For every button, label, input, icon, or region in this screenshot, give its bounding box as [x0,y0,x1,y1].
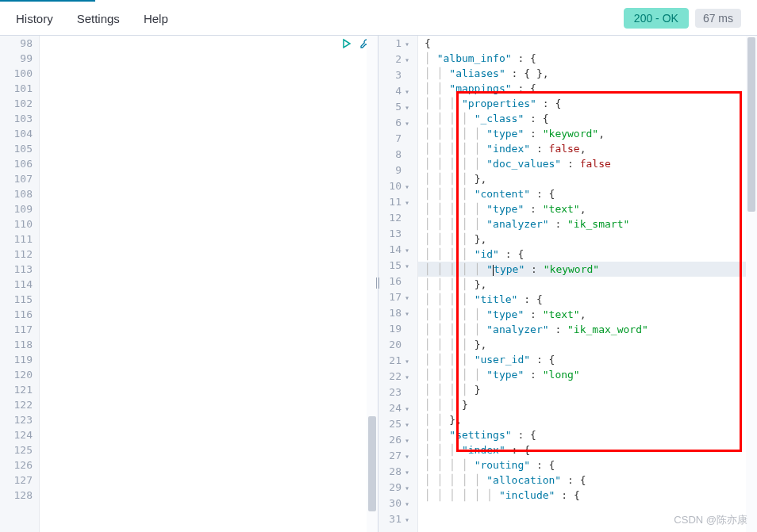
left-gutter: 9899100101102103104105106107108109110111… [0,36,40,532]
tab-history[interactable]: History [16,9,53,29]
line-number: 24▾ [382,400,411,416]
line-number: 18▾ [382,305,411,321]
code-line: │ │ │ │ }, [418,171,757,186]
line-number: 17▾ [382,289,411,305]
line-number: 126 [3,457,33,473]
code-line: │ │ │ │ │ "analyzer" : "ik_smart" [418,216,757,232]
line-number: 27▾ [382,448,411,464]
line-number: 21▾ [382,353,411,369]
line-number: 115 [3,292,33,307]
line-number: 11▾ [382,194,411,210]
code-line: │ │ │ │ "user_id" : { [418,352,757,367]
line-number: 20 [382,337,411,353]
code-line: │ │ │ "properties" : { [418,96,757,111]
line-number: 6▾ [382,115,411,131]
line-number: 124 [3,427,33,442]
header-right: 200 - OK 67 ms [624,8,741,29]
line-number: 25▾ [382,416,411,432]
line-number: 121 [3,382,33,397]
line-number: 15▾ [382,258,411,274]
line-number: 101 [3,81,33,96]
line-number: 123 [3,412,33,427]
line-number: 110 [3,216,33,232]
code-line: │ │ │ │ "id" : { [418,247,757,262]
line-number: 111 [3,232,33,247]
code-line: │ │ │ │ }, [418,277,757,292]
code-line: │ │ │ │ } [418,382,757,397]
code-line: { [418,36,757,51]
code-line: │ │ │ } [418,397,757,412]
code-line: │ │ │ "index" : { [418,442,757,457]
line-number: 122 [3,397,33,412]
line-number: 12 [382,210,411,226]
line-number: 104 [3,126,33,141]
line-number: 30▾ [382,496,411,511]
line-number: 9 [382,163,411,178]
line-number: 28▾ [382,464,411,480]
line-number: 120 [3,367,33,382]
header: History Settings Help 200 - OK 67 ms [0,2,757,36]
code-line: │ │ │ │ "title" : { [418,292,757,307]
line-number: 119 [3,352,33,367]
left-scrollbar-thumb[interactable] [368,416,376,511]
line-number: 127 [3,473,33,488]
nav-tabs: History Settings Help [16,9,168,29]
editor-container: 9899100101102103104105106107108109110111… [0,36,757,532]
right-panel: 1▾2▾3 4▾5▾6▾7 8 9 10▾11▾12 13 14▾15▾16 1… [378,36,757,532]
left-panel: 9899100101102103104105106107108109110111… [0,36,378,532]
line-number: 103 [3,111,33,126]
line-number: 7 [382,131,411,147]
code-line: │ │ │ │ │ "type" : "text", [418,201,757,216]
code-line: │ │ │ │ │ "index" : false, [418,141,757,156]
line-number: 31▾ [382,511,411,527]
code-line: │ │ "settings" : { [418,427,757,442]
code-line: │ │ │ │ }, [418,337,757,352]
line-number: 10▾ [382,178,411,194]
run-icon[interactable] [341,37,352,52]
line-number: 112 [3,247,33,262]
right-gutter: 1▾2▾3 4▾5▾6▾7 8 9 10▾11▾12 13 14▾15▾16 1… [378,36,418,532]
code-line: │ │ │ │ │ "allocation" : { [418,473,757,488]
code-line: │ │ │ │ │ "type" : "keyword" [418,262,757,277]
line-number: 13 [382,226,411,242]
time-badge: 67 ms [695,9,741,28]
code-line: │ │ }, [418,412,757,427]
right-scrollbar[interactable] [746,36,757,532]
status-badge: 200 - OK [624,8,689,29]
code-line: │ │ │ │ }, [418,232,757,247]
line-number: 100 [3,66,33,81]
right-scrollbar-thumb[interactable] [747,37,755,212]
watermark: CSDN @陈亦康 [674,513,747,527]
code-line: │ │ │ │ │ "analyzer" : "ik_max_word" [418,322,757,337]
line-number: 118 [3,337,33,352]
line-number: 105 [3,141,33,156]
code-line: │ │ │ │ │ "type" : "keyword", [418,126,757,141]
right-code-area[interactable]: {│ "album_info" : {│ │ "aliases" : { },│… [418,36,757,532]
panel-divider-handle[interactable] [376,277,379,290]
code-line: │ │ │ │ │ "doc_values" : false [418,156,757,171]
line-number: 113 [3,262,33,277]
code-line: │ │ │ │ │ │ "include" : { [418,488,757,503]
code-line: │ │ │ │ "routing" : { [418,457,757,473]
line-number: 102 [3,96,33,111]
code-line: │ │ │ │ "_class" : { [418,111,757,126]
code-line: │ │ │ │ "content" : { [418,186,757,201]
left-code-area[interactable] [40,36,378,532]
code-line: │ │ "aliases" : { }, [418,66,757,81]
line-number: 2▾ [382,52,411,67]
line-number: 14▾ [382,242,411,258]
tab-settings[interactable]: Settings [77,9,120,29]
line-number: 106 [3,156,33,171]
tab-help[interactable]: Help [144,9,168,29]
line-number: 114 [3,277,33,292]
line-number: 22▾ [382,369,411,385]
line-number: 117 [3,322,33,337]
code-line: │ │ │ │ │ "type" : "text", [418,307,757,322]
line-number: 5▾ [382,99,411,115]
line-number: 128 [3,488,33,503]
line-number: 109 [3,201,33,216]
line-number: 98 [3,36,33,51]
line-number: 3 [382,67,411,83]
line-number: 108 [3,186,33,201]
line-number: 8 [382,147,411,163]
